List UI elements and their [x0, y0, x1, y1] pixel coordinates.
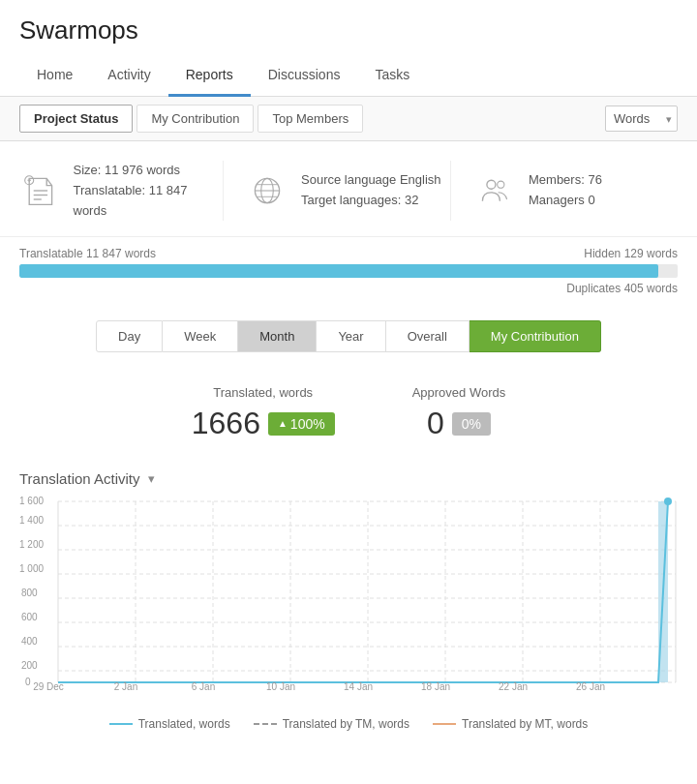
source-lang-label: Source language English: [301, 170, 441, 191]
legend-tm-label: Translated by TM, words: [283, 717, 409, 731]
svg-point-12: [498, 181, 504, 188]
globe-icon: [247, 170, 288, 211]
svg-text:600: 600: [21, 612, 38, 622]
legend-mt: Translated by MT, words: [433, 717, 588, 731]
tab-discussions[interactable]: Discussions: [251, 55, 358, 97]
tab-activity[interactable]: Activity: [90, 55, 167, 97]
tab-reports[interactable]: Reports: [168, 55, 251, 97]
progress-bar: [19, 264, 678, 278]
day-btn[interactable]: Day: [96, 320, 163, 352]
my-contribution-period-btn[interactable]: My Contribution: [470, 320, 601, 352]
sub-nav-buttons: Project Status My Contribution Top Membe…: [19, 105, 363, 133]
main-nav: Home Activity Reports Discussions Tasks: [0, 55, 697, 97]
members-label: Members: 76: [529, 170, 602, 191]
words-select-wrapper: Words Strings: [605, 106, 678, 132]
members-icon: [474, 170, 515, 211]
up-arrow-icon: ▲: [278, 418, 288, 429]
my-contribution-btn[interactable]: My Contribution: [136, 105, 254, 133]
chart-legend: Translated, words Translated by TM, word…: [19, 709, 678, 740]
legend-translated-label: Translated, words: [138, 717, 230, 731]
translated-stat: Translated, words 1666 ▲ 100%: [192, 385, 335, 441]
approved-value-row: 0 0%: [412, 406, 506, 441]
translated-value-row: 1666 ▲ 100%: [192, 406, 335, 441]
progress-fill: [19, 264, 658, 278]
page-title: Swarmops: [0, 0, 697, 55]
language-stat: Source language English Target languages…: [223, 161, 450, 221]
language-text: Source language English Target languages…: [301, 170, 441, 211]
activity-title: Translation Activity: [19, 470, 140, 487]
week-btn[interactable]: Week: [163, 320, 238, 352]
size-text: Size: 11 976 words Translatable: 11 847 …: [74, 161, 224, 221]
legend-gray-line: [254, 723, 277, 725]
approved-percent: 0%: [462, 416, 481, 432]
svg-point-11: [487, 180, 496, 189]
approved-label: Approved Words: [412, 385, 506, 400]
translation-activity-section: Translation Activity ▾ 1 600 1 400 1 200…: [0, 457, 697, 740]
legend-translated: Translated, words: [109, 717, 230, 731]
legend-blue-line: [109, 723, 133, 725]
year-btn[interactable]: Year: [317, 320, 385, 352]
words-select[interactable]: Words Strings: [605, 106, 678, 132]
svg-text:0: 0: [25, 677, 31, 687]
tab-tasks[interactable]: Tasks: [357, 55, 427, 97]
svg-text:6 Jan: 6 Jan: [192, 681, 215, 690]
legend-tm: Translated by TM, words: [254, 717, 409, 731]
svg-text:10 Jan: 10 Jan: [266, 681, 295, 690]
period-buttons: Day Week Month Year Overall My Contribut…: [0, 303, 697, 362]
activity-chart: 1 600 1 400 1 200 1 000 800 600 400 200 …: [19, 497, 678, 690]
translatable-words-label: Translatable 11 847 words: [19, 247, 156, 260]
activity-toggle-icon[interactable]: ▾: [148, 471, 155, 486]
legend-mt-label: Translated by MT, words: [462, 717, 588, 731]
project-stats: Size: 11 976 words Translatable: 11 847 …: [0, 141, 697, 237]
svg-text:400: 400: [21, 636, 38, 647]
top-members-btn[interactable]: Top Members: [258, 105, 363, 133]
svg-text:18 Jan: 18 Jan: [421, 681, 450, 690]
translatable-label: Translatable: 11 847 words: [74, 181, 224, 222]
svg-point-41: [664, 498, 672, 505]
members-text: Members: 76 Managers 0: [529, 170, 602, 211]
progress-section: Translatable 11 847 words Hidden 129 wor…: [0, 237, 697, 303]
month-btn[interactable]: Month: [238, 320, 317, 352]
tab-home[interactable]: Home: [19, 55, 90, 97]
translated-label: Translated, words: [192, 385, 335, 400]
svg-text:1 400: 1 400: [19, 515, 44, 526]
svg-text:2 Jan: 2 Jan: [114, 681, 137, 690]
svg-text:1 000: 1 000: [19, 563, 44, 574]
legend-orange-line: [433, 723, 456, 725]
svg-text:26 Jan: 26 Jan: [576, 681, 605, 690]
contribution-stats: Translated, words 1666 ▲ 100% Approved W…: [0, 362, 697, 457]
size-stat: Size: 11 976 words Translatable: 11 847 …: [19, 161, 223, 221]
target-langs-label: Target languages: 32: [301, 191, 441, 211]
managers-label: Managers 0: [529, 191, 602, 211]
activity-header: Translation Activity ▾: [19, 470, 678, 487]
duplicates-label: Duplicates 405 words: [566, 282, 678, 295]
chart-area: 1 600 1 400 1 200 1 000 800 600 400 200 …: [19, 497, 678, 709]
approved-number: 0: [427, 406, 444, 441]
hidden-words-label: Hidden 129 words: [584, 247, 678, 260]
svg-text:1 200: 1 200: [19, 539, 44, 550]
sub-navigation: Project Status My Contribution Top Membe…: [0, 97, 697, 141]
progress-footer: Duplicates 405 words: [19, 282, 678, 295]
size-label: Size: 11 976 words: [74, 161, 224, 181]
svg-text:14 Jan: 14 Jan: [344, 681, 373, 690]
approved-badge: 0%: [452, 412, 491, 436]
size-icon: [19, 170, 60, 211]
approved-stat: Approved Words 0 0%: [412, 385, 506, 441]
translated-number: 1666: [192, 406, 260, 441]
svg-text:22 Jan: 22 Jan: [499, 681, 528, 690]
svg-text:200: 200: [21, 660, 38, 671]
progress-header: Translatable 11 847 words Hidden 129 wor…: [19, 247, 678, 260]
svg-text:800: 800: [21, 588, 38, 598]
overall-btn[interactable]: Overall: [386, 320, 470, 352]
project-status-btn[interactable]: Project Status: [19, 105, 133, 133]
translated-percent: 100%: [290, 416, 325, 432]
svg-text:1 600: 1 600: [19, 497, 44, 506]
members-stat: Members: 76 Managers 0: [450, 161, 678, 221]
svg-text:29 Dec: 29 Dec: [33, 681, 64, 690]
translated-badge: ▲ 100%: [268, 412, 335, 436]
